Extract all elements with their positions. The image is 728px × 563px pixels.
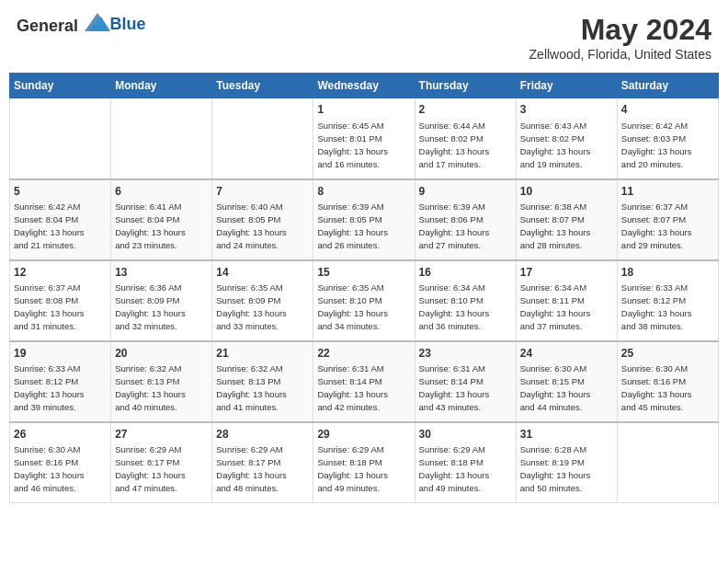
cell-info: Sunrise: 6:39 AM Sunset: 8:06 PM Dayligh… bbox=[419, 201, 490, 250]
calendar-cell: 4Sunrise: 6:42 AM Sunset: 8:03 PM Daylig… bbox=[617, 98, 718, 179]
calendar-cell: 8Sunrise: 6:39 AM Sunset: 8:05 PM Daylig… bbox=[313, 179, 415, 260]
day-number: 10 bbox=[520, 184, 613, 200]
cell-info: Sunrise: 6:33 AM Sunset: 8:12 PM Dayligh… bbox=[14, 363, 85, 412]
calendar-cell: 25Sunrise: 6:30 AM Sunset: 8:16 PM Dayli… bbox=[617, 341, 718, 422]
logo: General Blue bbox=[17, 13, 146, 36]
cell-info: Sunrise: 6:44 AM Sunset: 8:02 PM Dayligh… bbox=[419, 121, 490, 169]
cell-info: Sunrise: 6:30 AM Sunset: 8:15 PM Dayligh… bbox=[520, 363, 591, 412]
cell-info: Sunrise: 6:43 AM Sunset: 8:02 PM Dayligh… bbox=[520, 121, 591, 169]
cell-info: Sunrise: 6:45 AM Sunset: 8:01 PM Dayligh… bbox=[317, 121, 388, 169]
calendar-cell bbox=[10, 98, 111, 179]
calendar-cell: 29Sunrise: 6:29 AM Sunset: 8:18 PM Dayli… bbox=[313, 422, 415, 503]
calendar-week-row: 19Sunrise: 6:33 AM Sunset: 8:12 PM Dayli… bbox=[10, 341, 719, 422]
calendar-week-row: 5Sunrise: 6:42 AM Sunset: 8:04 PM Daylig… bbox=[10, 179, 719, 260]
cell-info: Sunrise: 6:32 AM Sunset: 8:13 PM Dayligh… bbox=[216, 363, 287, 412]
calendar-cell: 17Sunrise: 6:34 AM Sunset: 8:11 PM Dayli… bbox=[516, 260, 617, 341]
calendar-cell: 15Sunrise: 6:35 AM Sunset: 8:10 PM Dayli… bbox=[313, 260, 415, 341]
calendar-week-row: 26Sunrise: 6:30 AM Sunset: 8:16 PM Dayli… bbox=[10, 422, 719, 503]
calendar-cell bbox=[617, 422, 718, 503]
day-number: 24 bbox=[520, 346, 613, 362]
cell-info: Sunrise: 6:37 AM Sunset: 8:07 PM Dayligh… bbox=[621, 201, 692, 250]
calendar-cell: 20Sunrise: 6:32 AM Sunset: 8:13 PM Dayli… bbox=[111, 341, 212, 422]
cell-info: Sunrise: 6:29 AM Sunset: 8:17 PM Dayligh… bbox=[216, 444, 287, 493]
cell-info: Sunrise: 6:35 AM Sunset: 8:10 PM Dayligh… bbox=[317, 282, 388, 331]
day-number: 27 bbox=[115, 427, 208, 442]
day-number: 9 bbox=[419, 184, 512, 200]
cell-info: Sunrise: 6:39 AM Sunset: 8:05 PM Dayligh… bbox=[317, 201, 388, 250]
calendar-cell: 31Sunrise: 6:28 AM Sunset: 8:19 PM Dayli… bbox=[516, 422, 617, 503]
day-number: 25 bbox=[621, 346, 714, 362]
cell-info: Sunrise: 6:28 AM Sunset: 8:19 PM Dayligh… bbox=[520, 444, 591, 493]
calendar-cell: 18Sunrise: 6:33 AM Sunset: 8:12 PM Dayli… bbox=[617, 260, 718, 341]
day-number: 19 bbox=[14, 346, 107, 362]
calendar-cell: 30Sunrise: 6:29 AM Sunset: 8:18 PM Dayli… bbox=[415, 422, 516, 503]
day-number: 1 bbox=[317, 102, 410, 118]
day-number: 22 bbox=[317, 346, 410, 362]
cell-info: Sunrise: 6:30 AM Sunset: 8:16 PM Dayligh… bbox=[621, 363, 692, 412]
day-number: 18 bbox=[621, 265, 714, 281]
calendar-cell: 9Sunrise: 6:39 AM Sunset: 8:06 PM Daylig… bbox=[415, 179, 516, 260]
logo-icon bbox=[85, 13, 110, 31]
day-number: 30 bbox=[419, 427, 512, 442]
cell-info: Sunrise: 6:30 AM Sunset: 8:16 PM Dayligh… bbox=[14, 444, 85, 493]
day-number: 2 bbox=[419, 102, 512, 118]
day-number: 6 bbox=[115, 184, 208, 200]
calendar-cell: 3Sunrise: 6:43 AM Sunset: 8:02 PM Daylig… bbox=[516, 98, 617, 179]
calendar-cell: 14Sunrise: 6:35 AM Sunset: 8:09 PM Dayli… bbox=[212, 260, 313, 341]
header-saturday: Saturday bbox=[617, 74, 718, 98]
day-number: 15 bbox=[317, 265, 410, 281]
cell-info: Sunrise: 6:29 AM Sunset: 8:17 PM Dayligh… bbox=[115, 444, 186, 493]
calendar-cell: 6Sunrise: 6:41 AM Sunset: 8:04 PM Daylig… bbox=[111, 179, 212, 260]
logo-blue: Blue bbox=[110, 15, 146, 33]
day-number: 3 bbox=[520, 102, 613, 118]
day-number: 4 bbox=[621, 102, 714, 118]
calendar-cell bbox=[111, 98, 212, 179]
calendar-week-row: 12Sunrise: 6:37 AM Sunset: 8:08 PM Dayli… bbox=[10, 260, 719, 341]
calendar-cell: 1Sunrise: 6:45 AM Sunset: 8:01 PM Daylig… bbox=[313, 98, 415, 179]
header-thursday: Thursday bbox=[415, 74, 516, 98]
cell-info: Sunrise: 6:36 AM Sunset: 8:09 PM Dayligh… bbox=[115, 282, 186, 331]
day-number: 7 bbox=[216, 184, 309, 200]
cell-info: Sunrise: 6:29 AM Sunset: 8:18 PM Dayligh… bbox=[419, 444, 490, 493]
calendar-cell: 10Sunrise: 6:38 AM Sunset: 8:07 PM Dayli… bbox=[516, 179, 617, 260]
calendar-cell: 19Sunrise: 6:33 AM Sunset: 8:12 PM Dayli… bbox=[10, 341, 111, 422]
calendar-cell: 16Sunrise: 6:34 AM Sunset: 8:10 PM Dayli… bbox=[415, 260, 516, 341]
calendar-cell: 13Sunrise: 6:36 AM Sunset: 8:09 PM Dayli… bbox=[111, 260, 212, 341]
main-title: May 2024 bbox=[529, 13, 711, 47]
day-number: 5 bbox=[14, 184, 107, 200]
day-number: 31 bbox=[520, 427, 613, 442]
cell-info: Sunrise: 6:33 AM Sunset: 8:12 PM Dayligh… bbox=[621, 282, 692, 331]
header-tuesday: Tuesday bbox=[212, 74, 313, 98]
header-monday: Monday bbox=[111, 74, 212, 98]
calendar-cell: 12Sunrise: 6:37 AM Sunset: 8:08 PM Dayli… bbox=[10, 260, 111, 341]
day-number: 23 bbox=[419, 346, 512, 362]
calendar-cell: 11Sunrise: 6:37 AM Sunset: 8:07 PM Dayli… bbox=[617, 179, 718, 260]
calendar-cell: 27Sunrise: 6:29 AM Sunset: 8:17 PM Dayli… bbox=[111, 422, 212, 503]
calendar-cell: 28Sunrise: 6:29 AM Sunset: 8:17 PM Dayli… bbox=[212, 422, 313, 503]
calendar-header-row: SundayMondayTuesdayWednesdayThursdayFrid… bbox=[10, 74, 719, 98]
cell-info: Sunrise: 6:42 AM Sunset: 8:04 PM Dayligh… bbox=[14, 201, 85, 250]
cell-info: Sunrise: 6:41 AM Sunset: 8:04 PM Dayligh… bbox=[115, 201, 186, 250]
cell-info: Sunrise: 6:32 AM Sunset: 8:13 PM Dayligh… bbox=[115, 363, 186, 412]
cell-info: Sunrise: 6:35 AM Sunset: 8:09 PM Dayligh… bbox=[216, 282, 287, 331]
day-number: 11 bbox=[621, 184, 714, 200]
logo-general: General bbox=[17, 17, 78, 35]
calendar-cell: 7Sunrise: 6:40 AM Sunset: 8:05 PM Daylig… bbox=[212, 179, 313, 260]
cell-info: Sunrise: 6:42 AM Sunset: 8:03 PM Dayligh… bbox=[621, 121, 692, 169]
calendar-week-row: 1Sunrise: 6:45 AM Sunset: 8:01 PM Daylig… bbox=[10, 98, 719, 179]
calendar-cell: 5Sunrise: 6:42 AM Sunset: 8:04 PM Daylig… bbox=[10, 179, 111, 260]
day-number: 8 bbox=[317, 184, 410, 200]
header-wednesday: Wednesday bbox=[313, 74, 415, 98]
day-number: 17 bbox=[520, 265, 613, 281]
cell-info: Sunrise: 6:38 AM Sunset: 8:07 PM Dayligh… bbox=[520, 201, 591, 250]
day-number: 12 bbox=[14, 265, 107, 281]
day-number: 16 bbox=[419, 265, 512, 281]
header-friday: Friday bbox=[516, 74, 617, 98]
cell-info: Sunrise: 6:34 AM Sunset: 8:10 PM Dayligh… bbox=[419, 282, 490, 331]
calendar-cell: 22Sunrise: 6:31 AM Sunset: 8:14 PM Dayli… bbox=[313, 341, 415, 422]
calendar-cell: 24Sunrise: 6:30 AM Sunset: 8:15 PM Dayli… bbox=[516, 341, 617, 422]
cell-info: Sunrise: 6:31 AM Sunset: 8:14 PM Dayligh… bbox=[419, 363, 490, 412]
cell-info: Sunrise: 6:31 AM Sunset: 8:14 PM Dayligh… bbox=[317, 363, 388, 412]
title-block: May 2024 Zellwood, Florida, United State… bbox=[529, 13, 711, 62]
calendar-cell bbox=[212, 98, 313, 179]
